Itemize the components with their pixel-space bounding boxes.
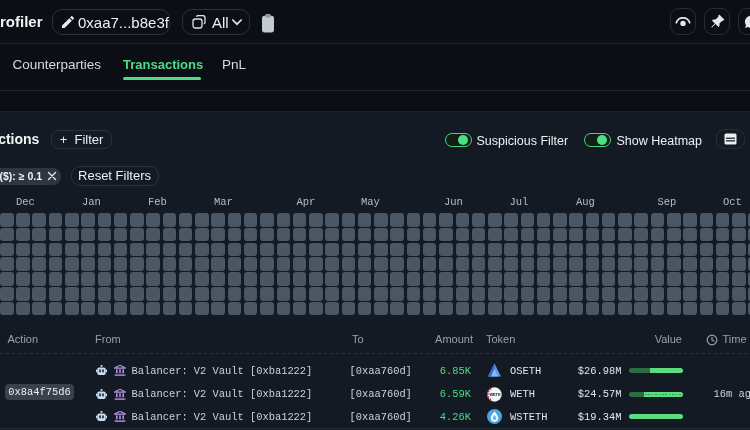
svg-text:WETH: WETH — [489, 393, 500, 397]
